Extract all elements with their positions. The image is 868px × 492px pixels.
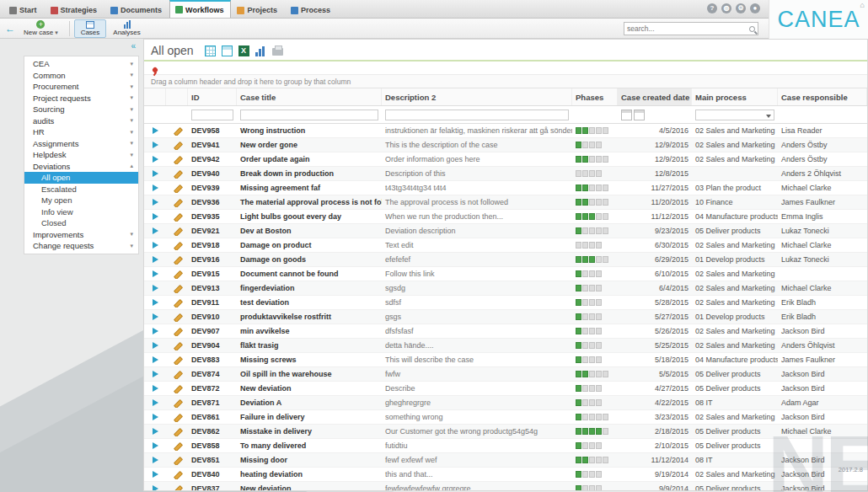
sidebar-item-closed[interactable]: Closed — [24, 217, 138, 229]
calendar-from-icon[interactable] — [621, 110, 632, 120]
layout-view-icon[interactable] — [222, 45, 233, 56]
open-case-icon[interactable] — [153, 328, 158, 334]
col-id[interactable]: ID — [188, 88, 237, 105]
open-case-icon[interactable] — [153, 342, 158, 349]
sidebar-item-procurement[interactable]: Procurement▾ — [24, 81, 138, 93]
table-row[interactable]: DEV910produktavvikelse rostfrittgsgs5/27… — [144, 310, 867, 324]
edit-pencil-icon[interactable] — [173, 313, 182, 322]
search-icon[interactable] — [749, 26, 755, 32]
edit-pencil-icon[interactable] — [173, 270, 182, 279]
print-icon[interactable] — [272, 48, 283, 56]
open-case-icon[interactable] — [153, 285, 158, 291]
edit-pencil-icon[interactable] — [173, 126, 182, 136]
filter-case-title-input[interactable] — [240, 110, 378, 120]
sidebar-item-audits[interactable]: audits▾ — [24, 115, 138, 127]
edit-pencil-icon[interactable] — [173, 370, 182, 379]
grid-view-icon[interactable] — [205, 45, 216, 56]
edit-pencil-icon[interactable] — [173, 169, 182, 179]
table-row[interactable]: DEV840heating deviationthis and that...9… — [144, 468, 867, 482]
open-case-icon[interactable] — [153, 242, 158, 249]
new-case-button[interactable]: + New case▾ — [17, 19, 65, 38]
group-drop-zone[interactable]: Drag a column header and drop it here to… — [144, 74, 867, 88]
open-case-icon[interactable] — [153, 414, 158, 420]
table-row[interactable]: DEV958Wrong instructioninstruktionen är … — [144, 124, 867, 138]
table-row[interactable]: DEV935Light bulbs goout every dayWhen we… — [144, 210, 867, 224]
edit-pencil-icon[interactable] — [173, 456, 182, 465]
open-case-icon[interactable] — [153, 213, 158, 220]
tab-process[interactable]: Process — [285, 2, 338, 18]
table-row[interactable]: DEV861Failure in deliverysomething wrong… — [144, 410, 867, 425]
open-case-icon[interactable] — [153, 442, 158, 449]
col-case-title[interactable]: Case title — [237, 88, 382, 105]
edit-pencil-icon[interactable] — [173, 198, 182, 207]
sidebar-item-my-open[interactable]: My open — [24, 195, 138, 206]
user-icon[interactable]: ● — [750, 3, 760, 13]
table-row[interactable]: DEV883Missing screwsThis will describe t… — [144, 353, 867, 367]
edit-pencil-icon[interactable] — [173, 212, 182, 222]
open-case-icon[interactable] — [153, 184, 158, 191]
edit-pencil-icon[interactable] — [173, 141, 182, 150]
open-case-icon[interactable] — [153, 371, 158, 377]
edit-pencil-icon[interactable] — [173, 441, 182, 451]
calendar-to-icon[interactable] — [634, 110, 645, 120]
table-row[interactable]: DEV939Missing agreement faft43tg34t4tg34… — [144, 181, 867, 195]
open-case-icon[interactable] — [153, 156, 158, 163]
open-case-icon[interactable] — [153, 485, 158, 490]
open-case-icon[interactable] — [153, 270, 158, 277]
sidebar-item-helpdesk[interactable]: Helpdesk▾ — [24, 149, 138, 161]
table-row[interactable]: DEV940Break down in productionDescriptio… — [144, 167, 867, 181]
edit-pencil-icon[interactable] — [173, 284, 182, 293]
edit-pencil-icon[interactable] — [173, 155, 182, 164]
edit-pencil-icon[interactable] — [173, 298, 182, 308]
edit-pencil-icon[interactable] — [173, 227, 182, 236]
table-row[interactable]: DEV837New deviationfewfewfewfewfw grgreg… — [144, 482, 867, 490]
table-row[interactable]: DEV858To many deliveredfutidtiu2/10/2015… — [144, 439, 867, 453]
edit-pencil-icon[interactable] — [173, 384, 182, 393]
tab-workflows[interactable]: Workflows — [169, 0, 231, 18]
tab-documents[interactable]: Documents — [104, 2, 169, 18]
edit-pencil-icon[interactable] — [173, 341, 182, 350]
sidebar-item-all-open[interactable]: All open — [24, 172, 138, 184]
edit-pencil-icon[interactable] — [173, 241, 182, 250]
table-row[interactable]: DEV872New deviationDescribe4/27/201505 D… — [144, 382, 867, 396]
table-row[interactable]: DEV936The material approval process is n… — [144, 195, 867, 210]
sidebar-item-sourcing[interactable]: Sourcing▾ — [24, 104, 138, 115]
table-row[interactable]: DEV918Damage on productText edit6/30/201… — [144, 238, 867, 253]
table-row[interactable]: DEV941New order goneThis is the descript… — [144, 138, 867, 152]
tab-start[interactable]: Start — [3, 2, 45, 18]
chart-icon[interactable] — [255, 45, 266, 56]
edit-pencil-icon[interactable] — [173, 427, 182, 436]
tab-strategies[interactable]: Strategies — [45, 2, 105, 18]
edit-pencil-icon[interactable] — [173, 484, 182, 491]
table-row[interactable]: DEV921Dev at BostonDeviation description… — [144, 224, 867, 238]
open-case-icon[interactable] — [153, 399, 158, 406]
edit-pencil-icon[interactable] — [173, 255, 182, 265]
open-case-icon[interactable] — [153, 299, 158, 306]
sidebar-item-info-view[interactable]: Info view — [24, 206, 138, 218]
collapse-sidebar-icon[interactable]: « — [131, 41, 136, 51]
filter-id-input[interactable] — [191, 110, 233, 120]
table-row[interactable]: DEV915Document cannot be foundFollow thi… — [144, 267, 867, 281]
sidebar-item-deviations[interactable]: Deviations▴ — [24, 161, 138, 173]
table-row[interactable]: DEV862Misstake in deliveryOur Customer g… — [144, 425, 867, 439]
excel-export-icon[interactable]: X — [238, 45, 249, 56]
open-case-icon[interactable] — [153, 457, 158, 463]
sidebar-item-assignments[interactable]: Assignments▾ — [24, 138, 138, 150]
sidebar-item-common[interactable]: Common▾ — [24, 70, 138, 82]
open-case-icon[interactable] — [153, 127, 158, 134]
col-case-created-date[interactable]: Case created date ▼ — [618, 88, 692, 105]
col-phases[interactable]: Phases — [572, 88, 618, 105]
open-case-icon[interactable] — [153, 142, 158, 148]
edit-pencil-icon[interactable] — [173, 470, 182, 479]
table-row[interactable]: DEV874Oil spill in the warehousefwfw5/5/… — [144, 367, 867, 382]
table-row[interactable]: DEV942Order update againOrder informatio… — [144, 152, 867, 167]
filter-description-input[interactable] — [385, 110, 569, 120]
sidebar-item-escalated[interactable]: Escalated — [24, 184, 138, 195]
open-case-icon[interactable] — [153, 313, 158, 320]
table-row[interactable]: DEV907min avvikelsedfsfsfasf5/26/201502 … — [144, 324, 867, 339]
open-case-icon[interactable] — [153, 471, 158, 478]
open-case-icon[interactable] — [153, 170, 158, 177]
sidebar-item-improvements[interactable]: Improvements▾ — [24, 229, 138, 241]
globe-icon[interactable]: ◍ — [721, 3, 731, 13]
cases-button[interactable]: Cases — [74, 19, 107, 38]
